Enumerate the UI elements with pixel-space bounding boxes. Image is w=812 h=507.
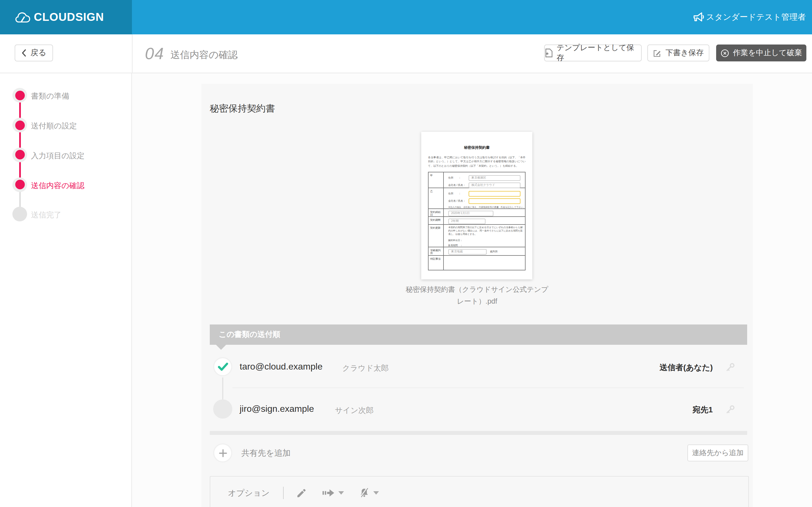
add-share-button[interactable]: [213, 443, 232, 462]
save-draft-button[interactable]: 下書き保存: [647, 45, 709, 61]
recipient-role-badge: 送信者(あなた): [659, 363, 713, 373]
recipient-connector-line: [222, 378, 223, 399]
cloud-pen-icon: [15, 11, 31, 23]
mini-label-otsu: 乙: [428, 188, 444, 209]
options-label: オプション: [228, 488, 269, 498]
edit-pencil-icon[interactable]: [296, 488, 307, 498]
cloudsign-app: CLOUDSIGN スタンダードテスト管理者 戻る 04 送信内容の確認: [0, 0, 812, 507]
mini-doc-table: 甲 住所 ：東京都港区 会社名 / 氏名：株式会社クラウド 乙 住所 ： 会社名…: [428, 172, 525, 270]
logo-text: CLOUDSIGN: [34, 11, 104, 24]
discard-button[interactable]: 作業を中止して破棄: [716, 45, 806, 61]
recipient-status-pending: [213, 399, 232, 418]
page-title-text: 送信内容の確認: [170, 46, 238, 61]
confirmation-card: 秘密保持契約書 秘密保持契約書 各当事者は、甲乙間において取引を行う又は取引を検…: [201, 84, 753, 507]
mini-field-kou-address: 東京都港区: [469, 175, 520, 181]
save-draft-label: 下書き保存: [665, 48, 704, 58]
edit-square-icon: [653, 49, 661, 57]
sidebar-step-prepare: 書類の準備: [31, 91, 69, 101]
announcements-megaphone-icon[interactable]: [693, 11, 705, 24]
mini-label-date: 契約締結日: [428, 209, 444, 216]
logo-area: CLOUDSIGN: [0, 0, 132, 34]
recipient-email: jiro@sign.example: [240, 404, 314, 414]
options-panel: オプション: [210, 476, 749, 507]
document-title: 秘密保持契約書: [210, 103, 275, 115]
page-title: 04 送信内容の確認: [145, 34, 238, 73]
sidebar-step-fields: 入力項目の設定: [31, 151, 85, 161]
options-row: オプション: [210, 485, 748, 501]
recipient-email: taro@cloud.example: [240, 362, 322, 372]
back-button-label: 戻る: [31, 48, 47, 58]
recipient-name: クラウド太郎: [342, 363, 389, 374]
send-order-section-header: この書類の送付順: [210, 325, 747, 345]
mini-label-term: 契約期間: [428, 217, 444, 224]
add-share-row: 共有先を追加 連絡先から追加: [201, 443, 753, 462]
step-number: 04: [145, 45, 164, 63]
discard-label: 作業を中止して破棄: [733, 48, 802, 58]
mini-label-kou: 甲: [428, 172, 444, 187]
pdf-filename-caption: 秘密保持契約書（クラウドサイン公式テンプレート）.pdf: [403, 284, 551, 307]
recipient-name: サイン次郎: [335, 406, 373, 416]
mini-label-notes: 特記事項: [428, 256, 444, 270]
step-dot-1: [15, 91, 24, 100]
step-dot-3: [15, 150, 24, 159]
recipient-status-done: [213, 357, 232, 376]
page-toolbar: 戻る 04 送信内容の確認 テンプレートとして保存 下書き保存: [0, 34, 812, 73]
save-as-template-label: テンプレートとして保存: [557, 43, 641, 63]
circle-x-icon: [721, 49, 729, 57]
mini-field-date: 2020年1月1日: [448, 211, 493, 216]
mini-field-court: 東京地裁: [448, 249, 487, 255]
add-share-label[interactable]: 共有先を追加: [241, 443, 291, 462]
sidebar-step-confirm: 送信内容の確認: [31, 180, 85, 191]
section-header-tail: [216, 345, 226, 350]
save-as-template-button[interactable]: テンプレートとして保存: [544, 45, 642, 61]
mini-field-otsu-address: [469, 191, 520, 196]
file-star-icon: [545, 48, 553, 57]
forward-order-icon[interactable]: [322, 489, 335, 497]
section-bottom-strip: [210, 431, 747, 435]
row-divider: [232, 388, 744, 388]
mini-field-term: 2年間: [448, 219, 486, 224]
progress-sidebar: 書類の準備 送付順の設定 入力項目の設定 送信内容の確認 送信完了: [0, 73, 132, 507]
mini-field-kou-company: 株式会社クラウド: [469, 182, 520, 188]
mini-label-court: 管轄裁判所: [428, 247, 444, 255]
chevron-left-icon: [21, 49, 27, 57]
mini-doc-title: 秘密保持契約書: [428, 145, 525, 151]
options-divider: [283, 487, 284, 499]
sidebar-step-order: 送付順の設定: [31, 121, 77, 131]
access-key-icon[interactable]: [725, 362, 735, 372]
bell-slash-icon[interactable]: [359, 487, 370, 499]
add-from-contacts-button[interactable]: 連絡先から追加: [688, 445, 748, 461]
stepper-line-done: [19, 95, 20, 184]
mini-field-otsu-company: [469, 198, 520, 204]
plus-icon: [218, 449, 227, 457]
step-dot-2: [15, 120, 24, 130]
step-dot-4: [15, 180, 24, 189]
back-button[interactable]: 戻る: [15, 45, 53, 61]
caret-down-icon[interactable]: [338, 491, 344, 495]
current-user-menu[interactable]: スタンダードテスト管理者: [706, 0, 806, 34]
mini-document: 秘密保持契約書 各当事者は、甲乙間において取引を行う又は取引を検討する目的（以下…: [428, 137, 525, 270]
recipient-role-badge: 宛先1: [693, 405, 713, 415]
mini-doc-intro: 各当事者は、甲乙間において取引を行う又は取引を検討する目的（以下、「本件目的」と…: [428, 156, 525, 168]
caret-down-icon[interactable]: [373, 491, 379, 495]
toolbar-divider: [132, 34, 133, 73]
cloudsign-logo[interactable]: CLOUDSIGN: [15, 11, 104, 24]
mini-label-renew: 契約更新: [428, 225, 444, 247]
access-key-icon[interactable]: [725, 404, 735, 414]
pdf-thumbnail[interactable]: 秘密保持契約書 各当事者は、甲乙間において取引を行う又は取引を検討する目的（以下…: [421, 132, 532, 279]
step-dot-5: [12, 207, 27, 221]
top-header: CLOUDSIGN スタンダードテスト管理者: [0, 0, 812, 34]
check-icon: [217, 362, 228, 371]
sidebar-step-complete: 送信完了: [31, 210, 61, 220]
